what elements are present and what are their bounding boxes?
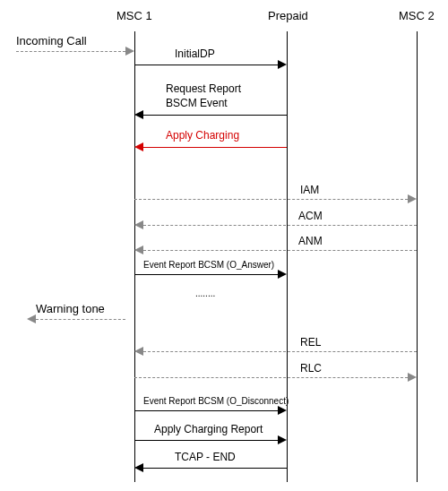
participant-msc1: MSC 1 (116, 9, 152, 22)
msg-tcapend-line (143, 468, 287, 469)
msg-anm-arrowhead (134, 246, 143, 254)
msg-initialdp-label: InitialDP (175, 47, 215, 60)
msg-reqreport-l1: Request Report (166, 82, 241, 95)
warning-tone-arrowhead (27, 314, 36, 323)
msg-reqreport-l2: BSCM Event (166, 97, 228, 109)
msg-applycharging-arrowhead (134, 142, 143, 151)
participant-msc2: MSC 2 (399, 9, 435, 22)
msg-anm-label: ANM (298, 235, 323, 247)
msg-evt-disc-line (134, 410, 278, 412)
msg-anm-line (143, 250, 417, 252)
incoming-call-arrowhead (125, 47, 134, 56)
msg-applyreport-label: Apply Charging Report (154, 423, 263, 435)
msg-rel-line (143, 351, 417, 353)
msg-applycharging-label: Apply Charging (166, 129, 239, 142)
incoming-call-arrow (16, 51, 125, 53)
msg-acm-line (143, 225, 417, 227)
msg-rlc-label: RLC (300, 362, 322, 375)
incoming-call-label: Incoming Call (16, 34, 87, 47)
msg-reqreport-line (143, 115, 287, 116)
lifeline-prepaid (287, 31, 288, 482)
msg-evt-answer-line (134, 274, 278, 276)
msg-ellipsis: ........ (195, 289, 215, 298)
msg-rlc-line (134, 377, 408, 379)
msg-tcapend-label: TCAP - END (175, 451, 236, 463)
msg-tcapend-arrowhead (134, 463, 143, 472)
msg-evt-answer-label: Event Report BCSM (O_Answer) (143, 260, 274, 270)
msg-rlc-arrowhead (408, 373, 417, 382)
warning-tone-line (36, 319, 125, 321)
lifeline-msc1 (134, 31, 135, 482)
msg-applyreport-line (134, 440, 278, 442)
msg-initialdp-line (134, 65, 278, 66)
msg-acm-label: ACM (298, 210, 323, 222)
msg-evt-answer-arrowhead (278, 270, 287, 279)
msg-rel-label: REL (300, 336, 321, 349)
msg-initialdp-arrowhead (278, 60, 287, 69)
msg-applyreport-arrowhead (278, 435, 287, 444)
msg-applycharging-line (143, 147, 287, 149)
warning-tone-label: Warning tone (36, 302, 105, 315)
msg-evt-disc-arrowhead (278, 406, 287, 415)
msg-rel-arrowhead (134, 347, 143, 356)
msg-iam-arrowhead (408, 194, 417, 203)
msg-iam-line (134, 199, 408, 201)
lifeline-msc2 (417, 31, 418, 482)
msg-reqreport-arrowhead (134, 110, 143, 119)
sequence-diagram: MSC 1 Prepaid MSC 2 Incoming Call Initia… (0, 0, 448, 491)
msg-evt-disc-label: Event Report BCSM (O_Disconnect) (143, 396, 289, 406)
participant-prepaid: Prepaid (268, 9, 308, 22)
msg-iam-label: IAM (300, 184, 319, 196)
msg-acm-arrowhead (134, 220, 143, 229)
